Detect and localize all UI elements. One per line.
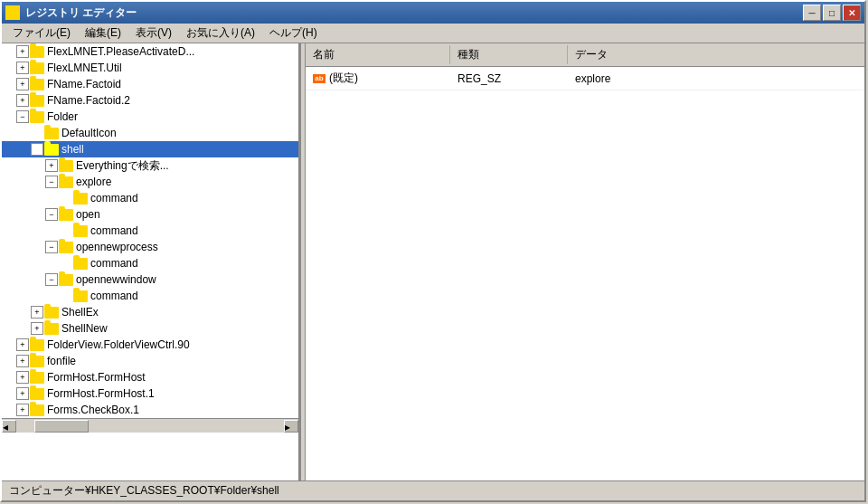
tree-expander[interactable]: + xyxy=(16,371,29,384)
menu-help[interactable]: ヘルプ(H) xyxy=(262,24,325,43)
folder-icon xyxy=(30,79,44,90)
tree-item-label: FName.Factoid xyxy=(47,78,121,90)
tree-expander[interactable]: + xyxy=(31,322,43,335)
menu-view[interactable]: 表示(V) xyxy=(128,24,179,43)
tree-item-label: fonfile xyxy=(47,355,76,367)
tree-expander[interactable]: + xyxy=(45,159,58,172)
folder-icon xyxy=(59,242,73,253)
tree-expander[interactable]: − xyxy=(45,241,58,253)
tree-item[interactable]: +ShellEx xyxy=(2,304,298,320)
tree-item-label: Forms.CheckBox.1 xyxy=(47,404,139,416)
tree-item-label: open xyxy=(76,208,100,221)
hscroll-thumb[interactable] xyxy=(34,420,89,433)
tree-item[interactable]: −opennewwindow xyxy=(2,271,298,288)
col-data[interactable]: データ xyxy=(568,45,864,64)
hscroll-left-btn[interactable]: ◂ xyxy=(2,420,16,433)
statusbar: コンピューター¥HKEY_CLASSES_ROOT¥Folder¥shell xyxy=(2,480,864,500)
folder-icon xyxy=(30,62,44,74)
tree-expander[interactable]: + xyxy=(16,62,29,74)
tree-item-label: FolderView.FolderViewCtrl.90 xyxy=(47,338,190,351)
tree-item[interactable]: +FName.Factoid.2 xyxy=(2,92,298,109)
tree-item[interactable]: DefaultIcon xyxy=(2,125,298,141)
detail-name-cell: ab(既定) xyxy=(306,69,450,88)
status-path: コンピューター¥HKEY_CLASSES_ROOT¥Folder¥shell xyxy=(9,483,279,499)
app-icon xyxy=(5,5,20,20)
tree-item[interactable]: +FolderView.FolderViewCtrl.90 xyxy=(2,337,298,353)
tree-item[interactable]: command xyxy=(2,223,298,239)
tree-item-label: explore xyxy=(76,176,111,188)
tree-expander[interactable]: − xyxy=(16,110,29,123)
tree-item[interactable]: +FormHost.FormHost.1 xyxy=(2,385,298,402)
tree-expander[interactable]: − xyxy=(45,273,58,286)
menu-file[interactable]: ファイル(E) xyxy=(5,24,78,43)
tree-expander[interactable]: − xyxy=(45,208,58,221)
tree-expander[interactable]: + xyxy=(16,338,29,351)
tree-item-label: ShellNew xyxy=(61,322,108,335)
folder-icon xyxy=(30,372,44,384)
folder-icon xyxy=(30,95,44,107)
folder-icon xyxy=(59,209,73,221)
detail-pane: 名前 種類 データ ab(既定)REG_SZexplore xyxy=(306,43,864,480)
tree-item-label: command xyxy=(90,257,138,270)
tree-item[interactable]: −explore xyxy=(2,174,298,190)
close-button[interactable]: ✕ xyxy=(843,5,861,21)
titlebar: レジストリ エディター ─ □ ✕ xyxy=(2,2,864,24)
main-window: レジストリ エディター ─ □ ✕ ファイル(E) 編集(E) 表示(V) お気… xyxy=(0,0,866,502)
reg-value-icon: ab xyxy=(313,74,326,83)
tree-expander[interactable]: + xyxy=(16,94,29,107)
col-name[interactable]: 名前 xyxy=(306,45,450,64)
tree-hscrollbar[interactable]: ◂ ▸ xyxy=(2,418,298,433)
tree-item-label: DefaultIcon xyxy=(61,127,117,139)
titlebar-buttons: ─ □ ✕ xyxy=(803,5,861,21)
maximize-button[interactable]: □ xyxy=(823,5,841,21)
tree-item-label: FlexLMNET.Util xyxy=(47,62,122,74)
tree-expander[interactable]: + xyxy=(16,45,29,58)
folder-icon xyxy=(44,128,59,139)
detail-header: 名前 種類 データ xyxy=(306,43,864,67)
tree-expander[interactable]: − xyxy=(31,143,43,156)
menu-edit[interactable]: 編集(E) xyxy=(78,24,128,43)
tree-expander[interactable]: + xyxy=(16,404,29,416)
tree-item[interactable]: command xyxy=(2,190,298,206)
folder-icon xyxy=(30,339,44,351)
tree-item[interactable]: −open xyxy=(2,206,298,223)
tree-expander[interactable]: − xyxy=(45,176,58,188)
tree-item[interactable]: −Folder xyxy=(2,109,298,125)
tree-expander[interactable]: + xyxy=(16,78,29,90)
tree-item-label: FormHost.FormHost xyxy=(47,371,146,384)
tree-expander[interactable]: + xyxy=(16,355,29,367)
tree-item[interactable]: command xyxy=(2,255,298,271)
tree-item[interactable]: −opennewprocess xyxy=(2,239,298,255)
tree-item-label: command xyxy=(90,192,138,204)
tree-item[interactable]: −shell xyxy=(2,141,298,157)
tree-item[interactable]: +Forms.CheckBox.1 xyxy=(2,402,298,418)
folder-icon xyxy=(59,176,73,188)
detail-row[interactable]: ab(既定)REG_SZexplore xyxy=(306,67,864,90)
tree-expander[interactable]: + xyxy=(16,387,29,400)
tree-pane[interactable]: +FlexLMNET.PleaseActivateD...+FlexLMNET.… xyxy=(2,43,300,480)
tree-item[interactable]: +FlexLMNET.PleaseActivateD... xyxy=(2,43,298,60)
content-area: +FlexLMNET.PleaseActivateD...+FlexLMNET.… xyxy=(2,43,864,480)
tree-item-label: FormHost.FormHost.1 xyxy=(47,387,155,400)
folder-icon xyxy=(73,225,88,237)
tree-item[interactable]: +fonfile xyxy=(2,353,298,369)
tree-item[interactable]: +FName.Factoid xyxy=(2,76,298,92)
tree-item[interactable]: +ShellNew xyxy=(2,320,298,337)
tree-item-label: opennewwindow xyxy=(76,273,156,286)
col-type[interactable]: 種類 xyxy=(450,45,568,64)
tree-item[interactable]: +Everythingで検索... xyxy=(2,157,298,174)
tree-expander[interactable]: + xyxy=(31,306,43,319)
tree-item[interactable]: +FormHost.FormHost xyxy=(2,369,298,385)
minimize-button[interactable]: ─ xyxy=(803,5,821,21)
folder-icon xyxy=(30,356,44,367)
folder-icon xyxy=(44,323,59,335)
hscroll-right-btn[interactable]: ▸ xyxy=(284,420,298,433)
tree-item-label: ShellEx xyxy=(61,306,99,319)
tree-item[interactable]: +FlexLMNET.Util xyxy=(2,60,298,76)
tree-item-label: command xyxy=(90,290,138,302)
tree-item-label: command xyxy=(90,224,138,237)
tree-item[interactable]: command xyxy=(2,288,298,304)
folder-icon xyxy=(73,258,88,270)
menu-favorites[interactable]: お気に入り(A) xyxy=(179,24,262,43)
folder-icon xyxy=(30,111,44,123)
